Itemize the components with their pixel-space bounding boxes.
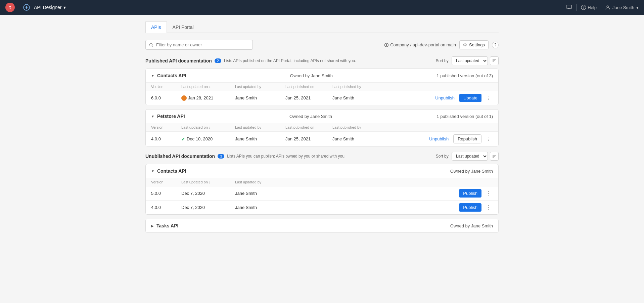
published-count-badge: 2 [215,58,221,63]
unpublished-tasks-api-owner: Owned by Jane Smith [450,223,493,228]
version-cell: 5.0.0 [151,191,181,196]
api-designer-brand[interactable]: API Designer ▾ [34,5,66,10]
unpublish-button[interactable]: Unpublish [426,135,451,143]
table-row: 5.0.0 Dec 7, 2020 Jane Smith Publish ⋮ [146,186,498,201]
settings-icon: ⚙ [463,42,467,47]
unpublished-section-header: Unublished API documentation 3 Lists API… [145,152,499,161]
main-content: APIs API Portal Company / api-dev-port [137,15,507,244]
app-logo[interactable]: t [5,3,15,12]
publish-button[interactable]: Publish [459,203,481,212]
brand-name-label: API Designer [34,5,61,10]
row-actions: Publish ⋮ [285,189,493,198]
published-section-title: Published API documentation [145,58,212,63]
svg-point-3 [607,6,609,8]
sort-direction-icon [492,58,497,63]
contacts-api-chevron[interactable]: ▼ [151,74,154,78]
col-last-updated-on: Last updated on ↓ [181,85,235,89]
search-box[interactable] [145,40,253,50]
unpublished-contacts-api-name: Contacts API [157,168,186,174]
published-contacts-api-header: ▼ Contacts API Owned by Jane Smith 1 pub… [146,69,498,83]
col-last-updated-by: Last updated by [235,125,285,129]
chat-icon[interactable] [566,4,572,11]
unpublished-count-badge: 3 [218,154,224,159]
unpublished-tasks-api-name: Tasks API [156,223,178,228]
tasks-api-chevron[interactable]: ▶ [151,224,154,228]
last-updated-on-cell: ! Jan 28, 2021 [181,95,235,101]
more-options-button[interactable]: ⋮ [484,94,493,102]
unpublished-sortby-label: Sort by: [436,154,450,159]
published-sortby: Sort by: Last updated Name Owner [436,56,499,65]
last-updated-by-cell: Jane Smith [235,136,285,141]
company-link[interactable]: Company / api-dev-portal on main [384,42,456,47]
unpublished-sort-direction-button[interactable] [490,152,499,161]
unpublished-tasks-api-header: ▶ Tasks API Owned by Jane Smith [146,219,498,232]
unpublished-tasks-api-card: ▶ Tasks API Owned by Jane Smith [145,219,499,233]
unpublished-contacts-api-chevron[interactable]: ▼ [151,169,154,173]
col-last-published-on: Last published on [285,125,332,129]
published-contacts-api-owner: Owned by Jane Smith [290,73,333,78]
topnav-right: ? Help Jane Smith ▾ [566,4,639,11]
last-updated-by-cell: Jane Smith [235,191,285,196]
petstore-api-chevron[interactable]: ▼ [151,115,154,118]
last-updated-by-cell: Jane Smith [235,95,285,100]
published-section-header: Published API documentation 2 Lists APIs… [145,56,499,65]
help-text: Help [588,5,597,10]
published-sort-direction-button[interactable] [490,56,499,65]
published-sortby-select[interactable]: Last updated Name Owner [452,56,488,65]
success-icon: ✔ [181,136,185,142]
company-icon [384,43,389,47]
version-cell: 4.0.0 [151,205,181,210]
unpublished-contacts-table-header: Version Last updated on ↓ Last updated b… [146,178,498,186]
settings-button[interactable]: ⚙ Settings [459,40,489,49]
user-chevron-icon: ▾ [636,5,639,10]
col-last-updated-on: Last updated on ↓ [181,125,235,129]
tab-apis[interactable]: APIs [145,21,167,33]
more-options-button[interactable]: ⋮ [484,189,493,197]
published-petstore-api-version-count: 1 published version (out of 1) [436,114,493,119]
republish-button[interactable]: Republish [453,134,481,143]
published-petstore-api-card: ▼ Petstore API Owned by Jane Smith 1 pub… [145,109,499,146]
user-menu[interactable]: Jane Smith ▾ [605,5,639,10]
col-version: Version [151,85,181,89]
unpublished-sortby-select[interactable]: Last updated Name Owner [452,152,488,161]
published-petstore-table-header: Version Last updated on ↓ Last updated b… [146,123,498,132]
last-published-on-cell: Jan 25, 2021 [285,136,332,141]
last-updated-on-cell: ✔ Dec 10, 2020 [181,136,235,142]
published-petstore-api-owner: Owned by Jane Smith [289,114,332,119]
top-navigation: t API Designer ▾ ? Help [0,0,644,15]
main-tabs: APIs API Portal [145,21,499,33]
user-name-label: Jane Smith [612,5,634,10]
version-cell: 4.0.0 [151,136,181,141]
tab-api-portal[interactable]: API Portal [167,21,199,33]
unpublished-section-title: Unublished API documentation [145,154,215,159]
more-options-button[interactable]: ⋮ [484,135,493,143]
table-row: 4.0.0 Dec 7, 2020 Jane Smith Publish ⋮ [146,201,498,214]
last-published-by-cell: Jane Smith [332,136,379,141]
company-text: Company / api-dev-portal on main [390,42,456,47]
toolbar-right: Company / api-dev-portal on main ⚙ Setti… [384,40,499,49]
more-options-button[interactable]: ⋮ [484,204,493,211]
unpublish-button[interactable]: Unpublish [432,94,457,102]
col-last-updated-by: Last updated by [235,85,285,89]
table-row: 4.0.0 ✔ Dec 10, 2020 Jane Smith Jan 25, … [146,132,498,146]
warning-icon: ! [181,95,187,101]
update-button[interactable]: Update [459,94,481,102]
row-actions: Publish ⋮ [285,203,493,212]
help-circle-icon: ? [581,5,586,10]
brand-icon-area [23,4,30,11]
api-toolbar: Company / api-dev-portal on main ⚙ Setti… [145,40,499,50]
svg-text:?: ? [583,6,585,9]
unpublished-sortby: Sort by: Last updated Name Owner [436,152,499,161]
help-link[interactable]: ? Help [581,5,597,10]
help-circle-button[interactable]: ? [492,42,499,48]
table-row: 6.0.0 ! Jan 28, 2021 Jane Smith Jan 25, … [146,91,498,105]
col-last-published-by: Last published by [332,85,379,89]
publish-button[interactable]: Publish [459,189,481,198]
search-input[interactable] [156,42,249,47]
published-section-desc: Lists APIs published on the API Portal, … [224,58,356,63]
search-icon [149,43,153,47]
last-updated-on-cell: Dec 7, 2020 [181,205,235,210]
unpublished-contacts-api-owner: Owned by Jane Smith [450,169,493,174]
brand-logo-icon [23,4,30,11]
published-petstore-api-name: Petstore API [157,114,185,119]
